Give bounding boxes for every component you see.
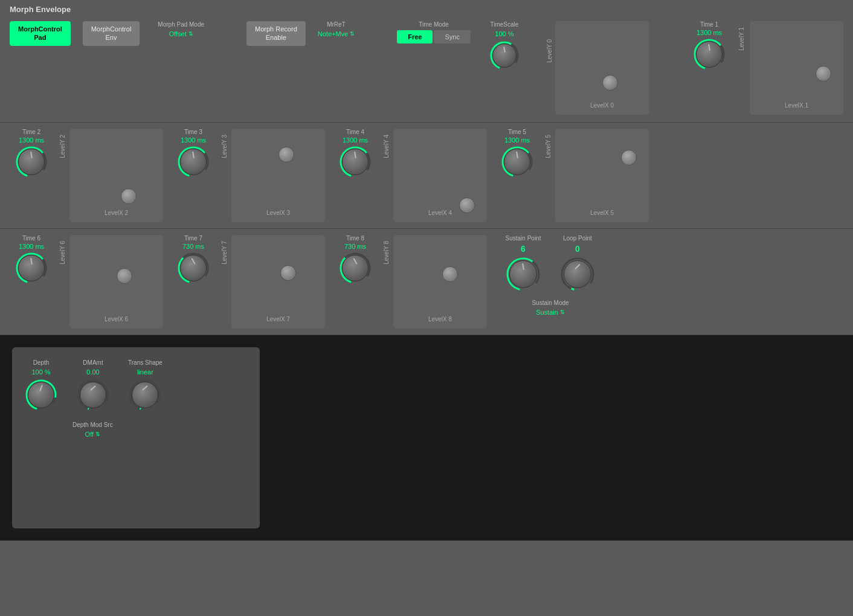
depth-value: 100 % [31, 368, 50, 376]
timescale-knob[interactable] [492, 43, 517, 68]
morph-pad-mode-dropdown[interactable]: Offset ⇅ [169, 30, 193, 37]
level7-label: LevelX 7 [266, 316, 290, 322]
seg6-group: Time 6 1300 ms LevelY 6 LevelX 6 [7, 235, 163, 329]
trans-shape-label: Trans Shape [128, 359, 163, 366]
time7-label: Time 7 [184, 235, 202, 242]
morph-pad-mode-group: Morph Pad Mode Offset ⇅ [158, 21, 204, 37]
time7-value: 730 ms [182, 243, 204, 250]
time2-knob[interactable] [18, 149, 45, 175]
loop-point-label: Loop Point [563, 235, 592, 242]
mrret-dropdown[interactable]: Note+Mve ⇅ [318, 30, 355, 37]
time2-value: 1300 ms [19, 136, 44, 144]
sustain-point-value: 6 [521, 244, 526, 254]
bottom-row2: Depth Mod Src Off ⇅ [24, 422, 248, 438]
mrret-value: Note+Mve [318, 30, 348, 37]
dmamt-knob[interactable] [80, 382, 106, 408]
time8-knob[interactable] [342, 255, 369, 281]
depth-mod-group: Depth Mod Src Off ⇅ [72, 422, 113, 438]
mrret-group: MrReT Note+Mve ⇅ [318, 21, 355, 37]
time-mode-sync-button[interactable]: Sync [434, 30, 470, 43]
level5-ball[interactable] [621, 150, 637, 165]
morph-control-pad-button[interactable]: MorphControl Pad [10, 21, 71, 46]
level4-label: LevelX 4 [428, 210, 452, 216]
level2-ball[interactable] [121, 188, 137, 204]
level4-ball[interactable] [459, 197, 475, 213]
time6-knob-wrap [14, 251, 48, 285]
loop-knob[interactable] [564, 260, 591, 288]
seg4-group: Time 4 1300 ms LevelY 4 LevelX 4 [331, 129, 487, 222]
row3: Time 6 1300 ms LevelY 6 LevelX 6 Time 7 … [0, 229, 853, 335]
level5-box: LevelX 5 [555, 129, 649, 222]
time-mode-group: Time Mode Free Sync [397, 21, 471, 43]
dmamt-label: DMAmt [83, 359, 103, 366]
time5-value: 1300 ms [504, 136, 530, 144]
time1-knob[interactable] [696, 41, 723, 68]
depth-knob[interactable] [28, 382, 54, 408]
level3-ball[interactable] [278, 147, 294, 162]
timescale-label: TimeScale [491, 21, 519, 28]
level7-ball[interactable] [280, 265, 296, 281]
depth-label: Depth [33, 359, 50, 366]
dmamt-value: 0.00 [86, 368, 99, 376]
seg5-group: Time 5 1300 ms LevelY 5 LevelX 5 [493, 129, 649, 222]
time-mode-free-button[interactable]: Free [397, 30, 433, 43]
depth-group: Depth 100 % [24, 359, 58, 412]
app-title: Morph Envelope [0, 0, 853, 16]
time6-knob-group: Time 6 1300 ms [7, 235, 56, 285]
time7-knob[interactable] [180, 255, 207, 281]
time8-value: 730 ms [344, 243, 366, 250]
time3-label: Time 3 [184, 129, 202, 135]
morph-control-env-group: MorphControl Env [83, 21, 140, 46]
time4-value: 1300 ms [343, 136, 368, 144]
time3-knob-group: Time 3 1300 ms [169, 129, 217, 179]
level1-ball[interactable] [816, 66, 831, 82]
time5-knob[interactable] [504, 149, 530, 175]
seg3-group: Time 3 1300 ms LevelY 3 LevelX 3 [169, 129, 325, 222]
level2-y-label: LevelY 2 [59, 135, 66, 158]
level0-box: LevelX 0 [555, 21, 649, 115]
bottom-panel: Depth 100 % DMAmt 0.00 [12, 347, 260, 528]
time4-knob-group: Time 4 1300 ms [331, 129, 379, 179]
bottom-section: Depth 100 % DMAmt 0.00 [0, 335, 853, 541]
timescale-knob-wrap [489, 40, 520, 71]
level4-box: LevelX 4 [393, 129, 487, 222]
sustain-mode-arrow: ⇅ [560, 309, 565, 315]
time1-label: Time 1 [700, 21, 718, 28]
depth-mod-arrow: ⇅ [95, 431, 100, 437]
level7-y-label: LevelY 7 [221, 241, 228, 265]
time8-knob-wrap [338, 251, 372, 285]
trans-knob-wrap [128, 378, 162, 412]
sustain-loop-row: Sustain Point 6 Loop Point 0 [505, 235, 596, 292]
level8-ball[interactable] [442, 266, 458, 282]
time5-knob-group: Time 5 1300 ms [493, 129, 541, 179]
level8-box: LevelX 8 [393, 235, 487, 329]
level8-label: LevelX 8 [428, 316, 452, 322]
time6-value: 1300 ms [19, 243, 44, 250]
time6-knob[interactable] [18, 255, 45, 281]
level2-box: LevelX 2 [69, 129, 163, 222]
seg7-group: Time 7 730 ms LevelY 7 LevelX 7 [169, 235, 325, 329]
time-mode-label: Time Mode [419, 21, 449, 28]
level0-ball[interactable] [602, 75, 618, 91]
time2-knob-group: Time 2 1300 ms [7, 129, 56, 179]
time3-knob[interactable] [180, 149, 207, 175]
level4-y-label: LevelY 4 [383, 135, 390, 158]
dmamt-knob-wrap [76, 378, 110, 412]
depth-mod-dropdown[interactable]: Off ⇅ [85, 431, 100, 438]
time4-label: Time 4 [346, 129, 364, 135]
depth-mod-value: Off [85, 431, 94, 438]
sustain-mode-dropdown[interactable]: Sustain ⇅ [536, 309, 565, 316]
sustain-mode-label: Sustain Mode [532, 300, 568, 306]
time1-knob-wrap [692, 37, 726, 71]
morph-record-enable-button[interactable]: Morph Record Enable [246, 21, 306, 46]
time7-knob-group: Time 7 730 ms [169, 235, 217, 285]
morph-control-env-button[interactable]: MorphControl Env [83, 21, 140, 46]
seg8-group: Time 8 730 ms LevelY 8 LevelX 8 [331, 235, 487, 329]
level6-ball[interactable] [117, 268, 132, 284]
level8-y-label: LevelY 8 [383, 241, 390, 265]
morph-control-pad-group: MorphControl Pad [10, 21, 71, 46]
sustain-knob[interactable] [509, 260, 537, 288]
time8-label: Time 8 [346, 235, 364, 242]
timescale-group: TimeScale 100 % [489, 21, 520, 71]
time4-knob[interactable] [342, 149, 369, 175]
